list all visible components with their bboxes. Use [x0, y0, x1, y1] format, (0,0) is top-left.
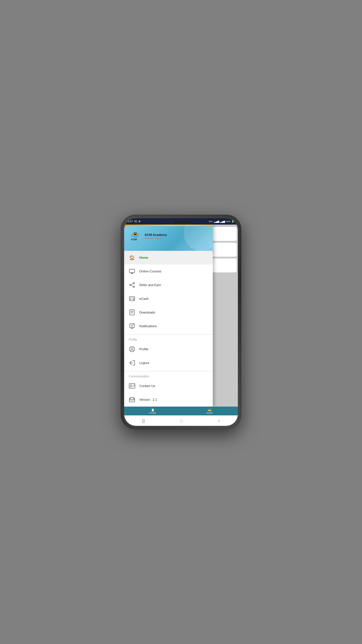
- phone-hardware-top: [170, 220, 192, 223]
- drawer-menu: 🏠 Home Onl: [124, 251, 213, 407]
- menu-item-profile[interactable]: Profile: [124, 342, 213, 356]
- menu-label-ecash: eCash: [139, 297, 149, 300]
- acm-logo: ACM: [129, 229, 142, 243]
- svg-point-14: [133, 299, 134, 300]
- online-courses-icon: [129, 268, 135, 274]
- svg-point-25: [133, 323, 134, 325]
- app-bottom-ecash[interactable]: 💳 eCash: [181, 407, 238, 415]
- home-icon: 🏠: [129, 254, 135, 261]
- notifications-icon: [129, 323, 135, 329]
- nav-home[interactable]: □: [180, 419, 182, 423]
- menu-label-version: Version : 2.1: [139, 398, 157, 401]
- nav-recent-apps[interactable]: |||: [142, 419, 145, 423]
- menu-item-downloads[interactable]: Downloads: [124, 306, 213, 319]
- screen: 8:37 📷 ⚡ 4G+ ▂▄▆ ▂▄▆ 46% 🔋 🎬: [124, 218, 238, 426]
- logo-area: ACM ACM Academy www.acm.org.in: [129, 229, 208, 243]
- ecash-icon: [129, 295, 135, 302]
- ecash-bottom-label: eCash: [206, 412, 212, 414]
- svg-point-7: [133, 283, 135, 284]
- menu-item-notifications[interactable]: Notifications: [124, 319, 213, 333]
- communication-section-header: Communication: [124, 372, 213, 379]
- divider-communication: [124, 371, 213, 371]
- menu-item-refer-earn[interactable]: Refer and Earn: [124, 278, 213, 292]
- menu-item-logout[interactable]: Logout: [124, 356, 213, 370]
- svg-rect-5: [131, 273, 133, 274]
- svg-point-6: [130, 284, 131, 286]
- logout-icon: [129, 360, 135, 366]
- status-network: 4G+: [209, 220, 213, 223]
- svg-rect-3: [129, 269, 135, 273]
- menu-label-online-courses: Online Courses: [139, 270, 161, 273]
- acm-logo-svg: ACM: [129, 229, 142, 242]
- navigation-drawer: ACM ACM Academy www.acm.org.in: [124, 225, 213, 407]
- status-right: 4G+ ▂▄▆ ▂▄▆ 46% 🔋: [209, 220, 234, 223]
- logo-text: ACM Academy www.acm.org.in: [145, 233, 167, 239]
- status-battery-icon: 🔋: [231, 220, 234, 223]
- phone-device: 8:37 📷 ⚡ 4G+ ▂▄▆ ▂▄▆ 46% 🔋 🎬: [121, 215, 241, 429]
- app-bottom-course[interactable]: 📋 Course: [124, 407, 181, 415]
- status-battery: 46%: [226, 220, 231, 223]
- app-name: ACM Academy: [145, 233, 167, 237]
- refer-earn-icon: [129, 282, 135, 288]
- course-bottom-label: Course: [149, 412, 156, 414]
- profile-icon: [129, 346, 135, 352]
- menu-item-ecash[interactable]: eCash: [124, 292, 213, 306]
- nav-back[interactable]: <: [218, 419, 220, 423]
- svg-rect-12: [129, 298, 135, 298]
- svg-line-9: [131, 284, 133, 285]
- menu-label-profile: Profile: [139, 347, 148, 351]
- svg-rect-35: [131, 398, 133, 400]
- svg-point-27: [131, 348, 133, 350]
- svg-text:ACM: ACM: [131, 238, 137, 241]
- status-left: 8:37 📷 ⚡: [128, 220, 141, 223]
- contact-us-icon: [129, 383, 135, 389]
- ecash-bottom-icon: 💳: [208, 408, 211, 412]
- camera-lens: [170, 220, 173, 223]
- svg-rect-4: [131, 273, 133, 273]
- svg-point-30: [131, 385, 132, 386]
- version-icon: [129, 396, 135, 403]
- phone-screen-container: 8:37 📷 ⚡ 4G+ ▂▄▆ ▂▄▆ 46% 🔋 🎬: [124, 218, 238, 426]
- menu-label-contact-us: Contact Us: [139, 384, 155, 388]
- drawer-header: ACM ACM Academy www.acm.org.in: [124, 225, 213, 251]
- menu-label-home: Home: [139, 256, 148, 259]
- divider-profile: [124, 334, 213, 335]
- profile-section-header: Profile: [124, 336, 213, 342]
- svg-line-10: [131, 286, 133, 286]
- svg-rect-15: [130, 310, 134, 315]
- app-url: www.acm.org.in: [145, 237, 167, 239]
- menu-label-downloads: Downloads: [139, 311, 155, 314]
- svg-rect-13: [130, 299, 131, 300]
- status-signal-bars: ▂▄▆ ▂▄▆: [214, 220, 225, 223]
- menu-item-online-courses[interactable]: Online Courses: [124, 265, 213, 278]
- menu-label-refer-earn: Refer and Earn: [139, 283, 161, 287]
- status-time: 8:37: [128, 220, 133, 223]
- svg-point-8: [133, 286, 135, 288]
- status-icons: 📷 ⚡: [134, 220, 141, 223]
- menu-item-contact-us[interactable]: Contact Us: [124, 379, 213, 393]
- app-bottom-bar: 📋 Course 💳 eCash: [124, 407, 238, 415]
- menu-label-notifications: Notifications: [139, 324, 157, 328]
- menu-label-logout: Logout: [139, 361, 149, 365]
- main-content-area: 🎬 Videos Tutorials 💻 eCash C: [124, 225, 238, 407]
- menu-item-home[interactable]: 🏠 Home: [124, 251, 213, 265]
- system-nav-bar: ||| □ <: [124, 415, 238, 426]
- course-bottom-icon: 📋: [151, 408, 154, 412]
- menu-item-version: Version : 2.1: [124, 393, 213, 407]
- downloads-icon: [129, 309, 135, 316]
- earpiece-speaker: [175, 221, 192, 223]
